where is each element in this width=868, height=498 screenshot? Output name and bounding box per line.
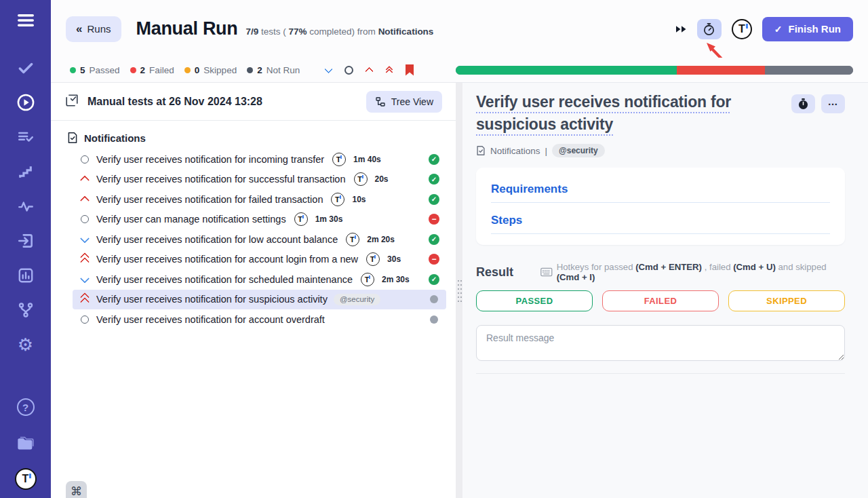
- section-link[interactable]: Steps: [491, 214, 522, 227]
- progress-segment: [765, 66, 853, 75]
- test-priority-icon[interactable]: [79, 215, 90, 223]
- page-title: Manual Run: [136, 18, 238, 39]
- header: « Runs Manual Run 7/9 tests ( 77% comple…: [51, 0, 868, 58]
- test-priority-icon[interactable]: [79, 236, 90, 243]
- test-title: Verify user receives notification for sc…: [96, 274, 353, 285]
- back-to-runs-button[interactable]: « Runs: [66, 16, 121, 42]
- test-row[interactable]: Verify user receives notification for ac…: [73, 250, 446, 270]
- suite-group-label: Notifications: [84, 132, 146, 144]
- test-priority-icon[interactable]: [79, 254, 90, 265]
- finish-run-button[interactable]: ✓ Finish Run: [762, 17, 853, 41]
- run-header: Manual tests at 26 Nov 2024 13:28 Tree V…: [51, 83, 456, 121]
- section-divider: [476, 373, 845, 374]
- status-count-label: Not Run: [267, 65, 300, 75]
- test-title: Verify user receives notification for ac…: [96, 254, 358, 265]
- branches-icon[interactable]: [16, 301, 35, 320]
- tree-view-label: Tree View: [391, 96, 433, 107]
- test-priority-icon[interactable]: [79, 315, 90, 324]
- testomat-logo-icon: [361, 273, 374, 286]
- testomat-logo-icon: [332, 153, 346, 166]
- test-priority-icon[interactable]: [79, 196, 90, 203]
- suite-group-row[interactable]: Notifications: [63, 129, 446, 149]
- testomat-logo-icon: [346, 233, 359, 246]
- test-row[interactable]: Verify user receives notification for su…: [73, 170, 446, 190]
- tree-view-button[interactable]: Tree View: [366, 91, 442, 113]
- back-arrow-icon: «: [76, 22, 82, 36]
- section-link[interactable]: Requirements: [491, 183, 568, 195]
- test-row[interactable]: Verify user receives notification for lo…: [73, 229, 446, 250]
- finish-run-label: Finish Run: [789, 23, 842, 35]
- status-count-number: 2: [257, 65, 262, 75]
- files-folder-icon[interactable]: [16, 433, 35, 452]
- result-button[interactable]: PASSED: [476, 290, 593, 311]
- status-dot-icon: [184, 67, 191, 73]
- menu-icon[interactable]: [16, 11, 35, 30]
- test-row[interactable]: Verify user can manage notification sett…: [73, 210, 446, 230]
- status-count-item[interactable]: 2 Not Run: [247, 65, 300, 75]
- test-title: Verify user receives notification for fa…: [96, 194, 323, 205]
- test-detail-panel: Verify user receives notification for su…: [462, 83, 868, 498]
- pulse-icon[interactable]: [16, 197, 35, 216]
- help-icon[interactable]: ?: [16, 398, 35, 417]
- test-result-icon: [429, 194, 439, 205]
- status-count-item[interactable]: 5 Passed: [70, 65, 120, 75]
- import-icon[interactable]: [16, 231, 35, 250]
- detail-section: Requirements: [491, 183, 830, 203]
- steps-icon[interactable]: [16, 162, 35, 181]
- run-progress-subtitle: 7/9 tests ( 77% completed) from Notifica…: [246, 26, 434, 37]
- back-button-label: Runs: [87, 23, 111, 35]
- circle-icon[interactable]: [343, 64, 354, 75]
- checklist-icon[interactable]: [16, 128, 35, 147]
- result-button[interactable]: FAILED: [602, 290, 719, 311]
- run-title: Manual tests at 26 Nov 2024 13:28: [87, 96, 262, 108]
- bookmark-icon[interactable]: [404, 64, 415, 75]
- priority-filters: [323, 64, 415, 75]
- result-message-input[interactable]: [476, 325, 845, 361]
- run-play-icon[interactable]: [16, 93, 35, 112]
- test-row[interactable]: Verify user receives notification for fa…: [73, 189, 446, 210]
- result-header-row: Result Hotkeys for passed (Cmd + ENTER) …: [476, 262, 845, 282]
- test-row[interactable]: Verify user receives notification for in…: [73, 149, 446, 170]
- command-key-badge[interactable]: ⌘: [66, 481, 87, 498]
- settings-gear-icon[interactable]: ⚙: [16, 335, 35, 354]
- test-result-icon: [429, 234, 439, 245]
- tag-badge[interactable]: @security: [552, 144, 605, 157]
- test-duration: 20s: [375, 174, 389, 184]
- analytics-icon[interactable]: [16, 266, 35, 285]
- stopwatch-button[interactable]: [791, 94, 815, 113]
- test-result-icon: [429, 154, 439, 165]
- testomat-logo-icon[interactable]: T: [732, 19, 752, 39]
- panel-splitter[interactable]: [456, 83, 462, 498]
- test-title: Verify user can manage notification sett…: [96, 214, 286, 225]
- testomat-logo-icon[interactable]: T: [15, 468, 37, 490]
- timer-button[interactable]: [697, 19, 722, 39]
- tests-check-icon[interactable]: [16, 58, 35, 77]
- test-tag-badge: @security: [334, 294, 380, 305]
- chevron-down-icon[interactable]: [323, 64, 334, 75]
- test-row[interactable]: Verify user receives notification for sc…: [73, 269, 446, 290]
- breadcrumb-separator: |: [545, 146, 548, 156]
- app-window: ⚙ ? T « Runs Manual Run 7/9 tests ( 77% …: [0, 0, 868, 498]
- test-priority-icon[interactable]: [79, 276, 90, 283]
- test-priority-icon[interactable]: [79, 294, 90, 305]
- test-result-icon: [430, 295, 438, 303]
- test-row[interactable]: Verify user receives notification for ac…: [73, 309, 446, 330]
- tree-icon: [375, 96, 386, 107]
- breadcrumb-suite[interactable]: Notifications: [490, 146, 540, 156]
- status-count-item[interactable]: 0 Skipped: [184, 65, 237, 75]
- chevron-up-icon[interactable]: [363, 64, 374, 75]
- detail-sections-card: Requirements Steps: [476, 168, 845, 245]
- fast-forward-icon[interactable]: [675, 24, 687, 34]
- test-row[interactable]: Verify user receives notification for su…: [73, 290, 446, 310]
- test-priority-icon[interactable]: [79, 155, 90, 164]
- detail-title-row: Verify user receives notification for su…: [476, 91, 845, 136]
- doc-icon: [476, 145, 486, 156]
- status-count-label: Skipped: [203, 65, 237, 75]
- test-priority-icon[interactable]: [79, 176, 90, 183]
- more-options-button[interactable]: …: [821, 94, 845, 113]
- test-duration: 10s: [352, 195, 366, 204]
- detail-title[interactable]: Verify user receives notification for su…: [476, 91, 762, 136]
- status-count-item[interactable]: 2 Failed: [130, 65, 174, 75]
- result-button[interactable]: SKIPPED: [728, 290, 845, 311]
- chevron-double-up-icon[interactable]: [384, 64, 395, 75]
